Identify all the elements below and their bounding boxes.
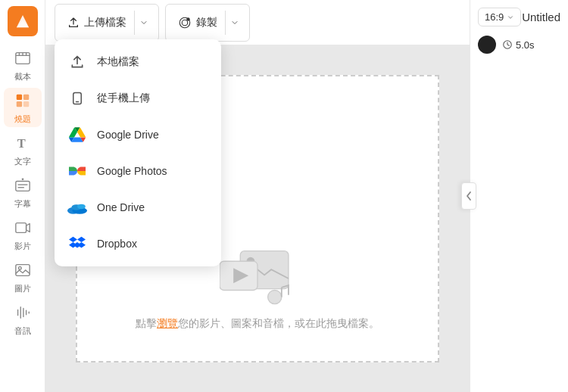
sidebar-item-image-label: 圖片	[14, 283, 31, 294]
color-swatch[interactable]	[478, 36, 496, 54]
mobile-upload-icon	[67, 88, 88, 109]
toolbar: 上傳檔案 錄製	[45, 0, 470, 45]
svg-rect-10	[15, 182, 29, 191]
sidebar-item-caption-label: 字幕	[14, 198, 31, 210]
text-icon: T	[12, 132, 33, 154]
svg-point-19	[186, 17, 190, 21]
upload-dropdown: 本地檔案 從手機上傳	[55, 39, 221, 266]
chevron-left-icon	[466, 191, 472, 201]
video-icon	[12, 217, 33, 238]
svg-rect-6	[23, 95, 28, 100]
record-chevron[interactable]	[225, 11, 243, 35]
canvas-hint: 點擊瀏覽您的影片、圖案和音檔，或在此拖曳檔案。	[136, 317, 379, 331]
right-panel-header: 16:9 Untitled	[476, 8, 562, 26]
dropdown-item-dropbox[interactable]: Dropbox	[55, 226, 221, 262]
upload-button[interactable]: 上傳檔案	[55, 4, 159, 42]
record-icon	[178, 16, 192, 30]
clock-icon	[502, 39, 513, 50]
caption-icon	[12, 175, 33, 196]
hint-link[interactable]: 瀏覽	[157, 317, 178, 329]
dropdown-item-gdrive[interactable]: Google Drive	[55, 117, 221, 153]
sidebar-item-video-label: 影片	[14, 241, 31, 252]
svg-point-25	[77, 204, 86, 210]
media-placeholder-icons	[220, 244, 295, 305]
dropdown-item-ondrive-label: One Drive	[97, 201, 145, 213]
app-logo[interactable]	[8, 6, 38, 36]
svg-rect-8	[23, 101, 28, 107]
ondrive-icon	[67, 197, 88, 218]
dropdown-item-ondrive[interactable]: One Drive	[55, 189, 221, 226]
sidebar-item-text[interactable]: T 文字	[4, 130, 42, 170]
dropbox-icon	[67, 233, 88, 254]
gphotos-icon	[67, 160, 88, 182]
record-button[interactable]: 錄製	[165, 4, 250, 42]
right-panel: 16:9 Untitled 5.0s	[470, 0, 568, 392]
dropdown-item-gphotos-label: Google Photos	[97, 165, 167, 177]
timing-row: 5.0s	[476, 36, 562, 54]
chevron-down-icon	[139, 18, 148, 27]
clip-icon	[12, 48, 33, 69]
dropdown-item-mobile[interactable]: 從手機上傳	[55, 80, 221, 117]
upload-icon	[67, 17, 80, 29]
timing-badge: 5.0s	[502, 39, 535, 51]
svg-point-16	[18, 266, 21, 269]
dropdown-item-mobile-label: 從手機上傳	[97, 92, 150, 105]
dropdown-item-dropbox-label: Dropbox	[97, 238, 137, 250]
svg-point-29	[268, 290, 282, 303]
template-icon	[12, 90, 33, 111]
sidebar-item-image[interactable]: 圖片	[4, 257, 42, 297]
upload-label: 上傳檔案	[84, 16, 126, 30]
svg-rect-7	[16, 101, 21, 107]
record-label: 錄製	[196, 16, 217, 30]
upload-chevron[interactable]	[134, 11, 152, 35]
local-upload-icon	[67, 51, 88, 73]
sidebar-item-video[interactable]: 影片	[4, 215, 42, 254]
svg-rect-15	[15, 265, 29, 276]
ratio-chevron-icon	[507, 14, 514, 21]
chevron-down-icon	[230, 18, 239, 27]
image-icon	[12, 260, 33, 281]
svg-point-18	[182, 20, 188, 26]
dropdown-item-gdrive-label: Google Drive	[97, 129, 159, 141]
sidebar-item-audio[interactable]: 音訊	[4, 300, 42, 339]
hint-prefix: 點擊	[136, 317, 157, 329]
timing-value: 5.0s	[516, 39, 535, 51]
sidebar-item-audio-label: 音訊	[14, 325, 31, 337]
sidebar-item-caption[interactable]: 字幕	[4, 173, 42, 212]
svg-point-13	[21, 178, 23, 180]
dropdown-item-local[interactable]: 本地檔案	[55, 44, 221, 80]
dropdown-item-gphotos[interactable]: Google Photos	[55, 153, 221, 189]
sidebar-item-template[interactable]: 燒題	[4, 88, 42, 127]
hint-suffix: 您的影片、圖案和音檔，或在此拖曳檔案。	[178, 317, 379, 329]
audio-icon	[12, 302, 33, 323]
project-title: Untitled	[522, 11, 560, 23]
ratio-label: 16:9	[485, 11, 504, 23]
svg-rect-14	[15, 223, 26, 233]
svg-text:T: T	[17, 136, 25, 151]
svg-rect-5	[16, 95, 21, 100]
main-area: 上傳檔案 錄製	[45, 0, 470, 392]
sidebar-item-clip[interactable]: 截本	[4, 45, 42, 85]
dropdown-item-local-label: 本地檔案	[97, 55, 139, 69]
sidebar-item-template-label: 燒題	[14, 114, 31, 125]
gdrive-icon	[67, 124, 88, 145]
sidebar-item-clip-label: 截本	[14, 71, 31, 82]
sidebar: 截本 燒題 T 文字	[0, 0, 45, 392]
sidebar-item-text-label: 文字	[14, 156, 31, 167]
collapse-panel-button[interactable]	[461, 182, 476, 210]
ratio-selector[interactable]: 16:9	[478, 8, 521, 26]
